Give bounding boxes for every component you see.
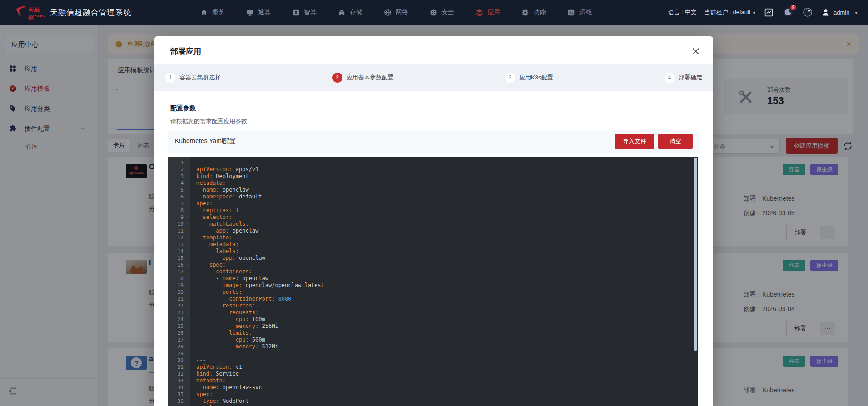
notification-bell-button[interactable]: 9 [782,6,794,18]
line-number: 3 [168,173,190,180]
line-number: 29 [168,350,190,357]
fold-arrow-icon[interactable]: ▾ [187,221,189,228]
editor-line: 8 replicas: 1 [168,207,698,214]
code-text: labels: [190,248,239,255]
code-text: spec: [190,200,213,207]
nav-item-功能[interactable]: 功能 [521,8,546,16]
fold-arrow-icon[interactable]: ▾ [187,241,189,248]
topsec-logo-icon: 天融信 TOPSEC [15,4,45,21]
nav-item-运维[interactable]: 运维 [567,8,592,16]
nav-item-label: 通算 [258,8,271,16]
line-number: 26▾ [168,330,190,337]
clear-button[interactable]: 清空 [658,134,693,149]
code-text: metadata: [190,377,226,384]
monitor-chart-button[interactable] [763,6,774,18]
fold-arrow-icon[interactable]: ▾ [187,248,189,255]
line-number: 10▾ [168,221,190,228]
apps-icon [476,9,483,16]
line-number: 36 [168,398,190,405]
fold-arrow-icon[interactable]: ▾ [187,302,189,309]
line-number: 12▾ [168,234,190,241]
editor-line: 4▾metadata: [168,180,698,187]
editor-line: 31apiVersion: v1 [168,364,698,371]
step-number: 2 [332,73,342,83]
fold-arrow-icon[interactable]: ▾ [187,262,189,268]
editor-line: 12▾ template: [168,234,698,241]
fold-arrow-icon[interactable]: ▾ [187,330,189,337]
caret-left-icon: ◂ [753,10,755,15]
wizard-step-4[interactable]: 4部署确定 [665,73,702,83]
fold-arrow-icon[interactable]: ▾ [187,377,189,384]
step-connector [400,78,499,78]
line-number: 15 [168,255,190,262]
nav-item-安全[interactable]: 安全 [430,8,454,16]
nav-item-存储[interactable]: 存储 [338,8,362,16]
line-number: 30 [168,357,190,364]
editor-line: 30--- [168,357,698,364]
fold-arrow-icon[interactable]: ▾ [187,234,189,241]
code-text: replicas: 1 [190,207,239,214]
gear-icon [521,9,529,16]
nav-item-通算[interactable]: 通算 [246,8,271,16]
import-file-button[interactable]: 导入文件 [615,134,654,149]
line-number: 16▾ [168,262,190,268]
fold-arrow-icon[interactable]: ▾ [187,214,189,221]
nav-menu: 概览通算智算存储网络安全应用功能运维 [200,0,592,25]
editor-scrollbar[interactable] [694,158,697,351]
code-text: cpu: 100m [190,316,265,323]
step-connector [227,78,326,78]
line-number: 13▾ [168,241,190,248]
code-text: matchLabels: [190,221,249,228]
nav-item-智算[interactable]: 智算 [292,8,317,16]
editor-line: 22▾ resources: [168,302,698,309]
nav-item-概览[interactable]: 概览 [200,8,225,16]
editor-line: 24 cpu: 100m [168,316,698,323]
theme-button[interactable] [802,6,813,18]
nav-item-label: 智算 [304,8,317,16]
editor-line: 26▾ limits: [168,330,698,337]
fold-arrow-icon[interactable]: ▾ [187,180,189,187]
yaml-editor[interactable]: 1---2apiVersion: apps/v13kind: Deploymen… [168,157,698,406]
code-text: spec: [190,391,213,398]
caret-left-icon: ◂ [854,10,857,15]
line-number: 23▾ [168,309,190,316]
editor-line: 18▾ - name: openclaw [168,275,698,282]
home-icon [200,9,208,16]
security-icon [430,9,437,16]
editor-line: 11 app: openclaw [168,228,698,234]
tenant-selector[interactable]: 当前租户 : default◂ [704,8,755,16]
line-number: 14▾ [168,248,190,255]
editor-line: 7▾spec: [168,200,698,207]
monitor-icon [246,9,254,16]
wizard-stepper: 1容器云集群选择2应用基本参数配置3应用K8s配置4部署确定 [154,64,713,91]
editor-line: 21 - containerPort: 8080 [168,296,698,302]
code-text: image: openclaw/openclaw:latest [190,282,324,289]
yaml-editor-lines: 1---2apiVersion: apps/v13kind: Deploymen… [168,159,698,406]
editor-line: 9▾ selector: [168,214,698,221]
nav-item-应用[interactable]: 应用 [476,8,500,16]
code-text: apiVersion: apps/v1 [190,166,258,173]
modal-close-icon[interactable] [691,46,701,56]
wizard-step-2[interactable]: 2应用基本参数配置 [332,73,394,83]
code-text: memory: 512Mi [190,343,278,350]
ops-icon [567,9,575,16]
editor-line: 29 [168,350,698,357]
fold-arrow-icon[interactable]: ▾ [187,391,189,398]
line-number: 25 [168,323,190,330]
brand: 天融信 TOPSEC 天融信超融合管理系统 [15,4,132,21]
logo-subtext: TOPSEC [28,14,46,18]
editor-line: 25 memory: 256Mi [168,323,698,330]
code-text: ports: [190,289,242,296]
yaml-config-label: Kubernetes Yaml配置 [175,137,236,145]
editor-line: 10▾ matchLabels: [168,221,698,228]
fold-arrow-icon[interactable]: ▾ [187,275,189,282]
wizard-step-1[interactable]: 1容器云集群选择 [165,73,221,83]
nav-item-网络[interactable]: 网络 [384,8,408,16]
wizard-step-3[interactable]: 3应用K8s配置 [505,73,553,83]
fold-arrow-icon[interactable]: ▾ [187,309,189,316]
line-number: 28 [168,343,190,350]
code-text: memory: 256Mi [190,323,278,330]
language-selector[interactable]: 语言 : 中文 [668,8,697,16]
user-menu[interactable]: admin ◂ [821,8,857,17]
fold-arrow-icon[interactable]: ▾ [187,200,189,207]
